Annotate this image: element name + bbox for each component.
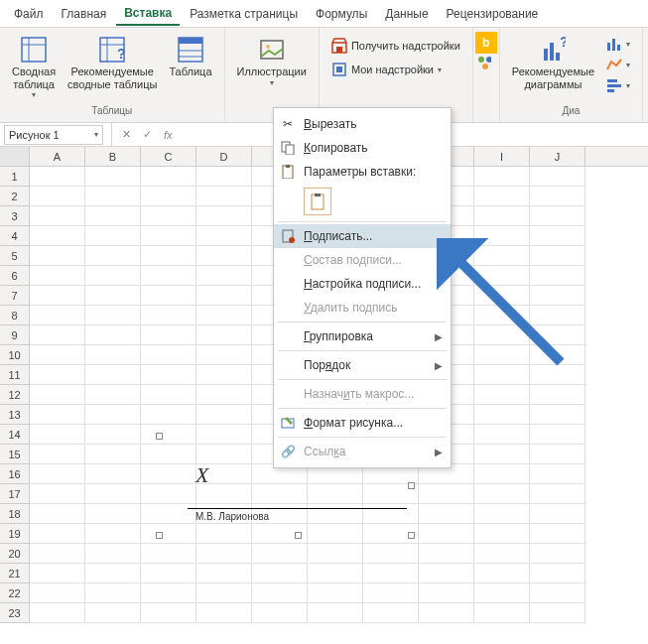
cell[interactable] bbox=[419, 524, 474, 544]
cell[interactable] bbox=[141, 425, 196, 445]
row-header-2[interactable]: 2 bbox=[0, 187, 30, 206]
select-all-corner[interactable] bbox=[0, 147, 30, 166]
col-header-D[interactable]: D bbox=[196, 147, 252, 166]
cell[interactable] bbox=[308, 583, 363, 603]
cell[interactable] bbox=[474, 345, 530, 365]
cell[interactable] bbox=[530, 246, 585, 266]
row-header-19[interactable]: 19 bbox=[0, 524, 30, 544]
cell[interactable] bbox=[196, 187, 252, 206]
handle-se[interactable] bbox=[408, 532, 415, 539]
cell[interactable] bbox=[30, 167, 85, 187]
bing-icon[interactable]: b bbox=[475, 32, 497, 54]
row-header-8[interactable]: 8 bbox=[0, 306, 30, 325]
tab-data[interactable]: Данные bbox=[377, 3, 436, 25]
cell[interactable] bbox=[141, 345, 196, 365]
cell[interactable] bbox=[530, 405, 585, 425]
cancel-formula-icon[interactable]: ✕ bbox=[116, 128, 137, 141]
cell[interactable] bbox=[196, 544, 252, 564]
cell[interactable] bbox=[474, 266, 530, 286]
tab-file[interactable]: Файл bbox=[6, 3, 52, 25]
paste-option-1[interactable] bbox=[304, 188, 331, 215]
cell[interactable] bbox=[474, 325, 530, 345]
cell[interactable] bbox=[30, 484, 85, 504]
cell[interactable] bbox=[252, 564, 308, 583]
cell[interactable] bbox=[30, 226, 85, 246]
name-box[interactable]: Рисунок 1▾ bbox=[4, 125, 103, 145]
cell[interactable] bbox=[196, 226, 252, 246]
cell[interactable] bbox=[530, 445, 585, 464]
menu-sig-setup[interactable]: Настройка подписи... bbox=[274, 272, 451, 296]
chart-type-3[interactable]: ▾ bbox=[602, 75, 634, 95]
handle-s[interactable] bbox=[295, 532, 302, 539]
cell[interactable] bbox=[30, 464, 85, 484]
cell[interactable] bbox=[252, 583, 308, 603]
col-header-C[interactable]: C bbox=[141, 147, 196, 166]
cell[interactable] bbox=[85, 206, 141, 226]
cell[interactable] bbox=[530, 306, 585, 325]
cell[interactable] bbox=[30, 306, 85, 325]
tab-home[interactable]: Главная bbox=[54, 3, 115, 25]
cell[interactable] bbox=[196, 365, 252, 385]
cell[interactable] bbox=[30, 385, 85, 405]
tab-layout[interactable]: Разметка страницы bbox=[182, 3, 306, 25]
menu-sign[interactable]: Подписать... bbox=[274, 224, 451, 248]
handle-nw[interactable] bbox=[156, 433, 163, 440]
cell[interactable] bbox=[30, 206, 85, 226]
cell[interactable] bbox=[308, 603, 363, 623]
cell[interactable] bbox=[30, 524, 85, 544]
cell[interactable] bbox=[141, 266, 196, 286]
cell[interactable] bbox=[474, 206, 530, 226]
cell[interactable] bbox=[85, 365, 141, 385]
fx-icon[interactable]: fx bbox=[158, 129, 179, 141]
cell[interactable] bbox=[419, 504, 474, 524]
row-header-4[interactable]: 4 bbox=[0, 226, 30, 246]
cell[interactable] bbox=[141, 385, 196, 405]
cell[interactable] bbox=[419, 564, 474, 583]
cell[interactable] bbox=[30, 564, 85, 583]
cell[interactable] bbox=[196, 246, 252, 266]
cell[interactable] bbox=[85, 167, 141, 187]
cell[interactable] bbox=[530, 544, 585, 564]
cell[interactable] bbox=[141, 187, 196, 206]
cell[interactable] bbox=[141, 226, 196, 246]
cell[interactable] bbox=[530, 464, 585, 484]
cell[interactable] bbox=[85, 385, 141, 405]
my-addins-button[interactable]: Мои надстройки ▾ bbox=[327, 60, 446, 79]
cell[interactable] bbox=[474, 564, 530, 583]
cell[interactable] bbox=[30, 544, 85, 564]
cell[interactable] bbox=[141, 524, 196, 544]
cell[interactable] bbox=[85, 266, 141, 286]
col-header-A[interactable]: A bbox=[30, 147, 85, 166]
cell[interactable] bbox=[85, 425, 141, 445]
row-header-22[interactable]: 22 bbox=[0, 583, 30, 603]
cell[interactable] bbox=[363, 603, 419, 623]
cell[interactable] bbox=[530, 345, 585, 365]
cell[interactable] bbox=[85, 583, 141, 603]
cell[interactable] bbox=[141, 286, 196, 306]
handle-sw[interactable] bbox=[156, 532, 163, 539]
menu-copy[interactable]: Копировать bbox=[274, 136, 451, 160]
row-header-7[interactable]: 7 bbox=[0, 286, 30, 306]
cell[interactable] bbox=[30, 187, 85, 206]
cell[interactable] bbox=[474, 167, 530, 187]
cell[interactable] bbox=[196, 603, 252, 623]
cell[interactable] bbox=[196, 325, 252, 345]
row-header-16[interactable]: 16 bbox=[0, 464, 30, 484]
cell[interactable] bbox=[85, 464, 141, 484]
cell[interactable] bbox=[530, 167, 585, 187]
cell[interactable] bbox=[30, 425, 85, 445]
row-header-14[interactable]: 14 bbox=[0, 425, 30, 445]
cell[interactable] bbox=[530, 524, 585, 544]
cell[interactable] bbox=[30, 345, 85, 365]
cell[interactable] bbox=[196, 286, 252, 306]
tab-review[interactable]: Рецензирование bbox=[439, 3, 547, 25]
cell[interactable] bbox=[196, 445, 252, 464]
cell[interactable] bbox=[474, 365, 530, 385]
cell[interactable] bbox=[85, 286, 141, 306]
cell[interactable] bbox=[141, 405, 196, 425]
handle-e[interactable] bbox=[408, 482, 415, 489]
cell[interactable] bbox=[474, 524, 530, 544]
cell[interactable] bbox=[419, 603, 474, 623]
cell[interactable] bbox=[419, 484, 474, 504]
cell[interactable] bbox=[141, 583, 196, 603]
